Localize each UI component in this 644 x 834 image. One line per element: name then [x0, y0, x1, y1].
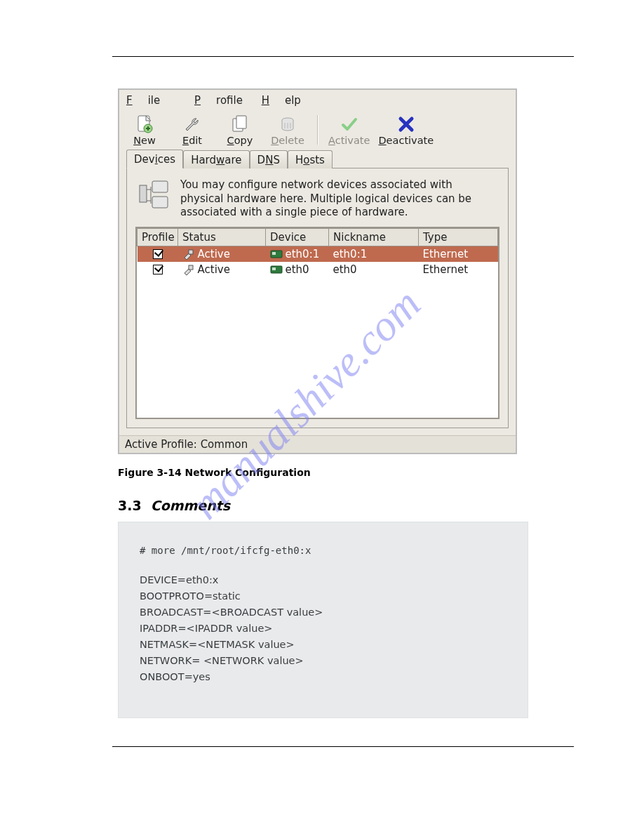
tabstrip: Devices Hardware DNS Hosts — [126, 149, 509, 168]
menu-file[interactable]: File — [126, 94, 175, 107]
top-rule — [112, 56, 574, 57]
plug-icon — [182, 264, 195, 275]
copy-icon — [220, 114, 260, 135]
edit-button[interactable]: Edit — [171, 112, 213, 147]
tab-hardware[interactable]: Hardware — [183, 150, 249, 168]
tab-panel-devices: You may configure network devices associ… — [126, 168, 509, 428]
menu-help[interactable]: Help — [262, 94, 301, 107]
svg-rect-7 — [152, 197, 168, 208]
deactivate-button[interactable]: Deactivate — [377, 112, 435, 147]
menu-profile[interactable]: Profile — [194, 94, 243, 107]
nic-icon — [270, 265, 283, 274]
device-table: Profile Status Device Nickname Type Acti… — [135, 227, 499, 419]
network-devices-icon — [137, 178, 172, 213]
delete-button[interactable]: Delete — [267, 112, 309, 147]
menubar: File Profile Help — [119, 90, 516, 110]
svg-rect-13 — [272, 267, 276, 270]
plug-icon — [182, 249, 195, 260]
trash-icon — [268, 114, 307, 135]
svg-rect-10 — [272, 252, 276, 255]
svg-rect-6 — [152, 181, 168, 192]
code-header: # more /mnt/root/ifcfg-eth0:x — [140, 543, 507, 557]
col-type[interactable]: Type — [419, 228, 498, 246]
col-profile[interactable]: Profile — [137, 228, 178, 246]
new-doc-icon — [125, 114, 164, 135]
network-config-dialog: File Profile Help New Edit Copy — [118, 88, 517, 454]
col-status[interactable]: Status — [178, 228, 266, 246]
nic-icon — [270, 249, 283, 259]
section-heading: 3.3 Comments — [118, 498, 525, 513]
figure-caption: Figure 3-14 Network Configuration — [118, 467, 525, 478]
code-block: # more /mnt/root/ifcfg-eth0:x DEVICE=eth… — [118, 522, 528, 718]
check-icon — [328, 114, 370, 135]
svg-rect-11 — [189, 265, 193, 270]
new-button[interactable]: New — [123, 112, 166, 147]
table-row[interactable]: Active eth0 eth0 Ethernet — [137, 262, 498, 277]
tab-devices[interactable]: Devices — [126, 150, 183, 168]
table-empty-space — [137, 277, 498, 418]
table-row[interactable]: Active eth0:1 eth0:1 Ethernet — [137, 246, 498, 262]
devices-info-text: You may configure network devices associ… — [180, 178, 498, 220]
profile-checkbox[interactable] — [153, 265, 163, 274]
status-bar: Active Profile: Common — [119, 435, 516, 453]
wrench-icon — [173, 114, 212, 135]
activate-button[interactable]: Activate — [327, 112, 371, 147]
col-nickname[interactable]: Nickname — [329, 228, 419, 246]
tab-hosts[interactable]: Hosts — [288, 150, 333, 168]
svg-rect-3 — [236, 116, 246, 128]
toolbar: New Edit Copy Delete — [119, 110, 516, 149]
tab-dns[interactable]: DNS — [250, 150, 288, 168]
toolbar-separator — [317, 115, 318, 145]
profile-checkbox[interactable] — [153, 249, 163, 259]
bottom-rule — [112, 746, 574, 747]
col-device[interactable]: Device — [266, 228, 329, 246]
cross-icon — [378, 114, 434, 135]
svg-rect-8 — [189, 250, 193, 254]
copy-button[interactable]: Copy — [219, 112, 261, 147]
svg-rect-5 — [140, 185, 147, 202]
